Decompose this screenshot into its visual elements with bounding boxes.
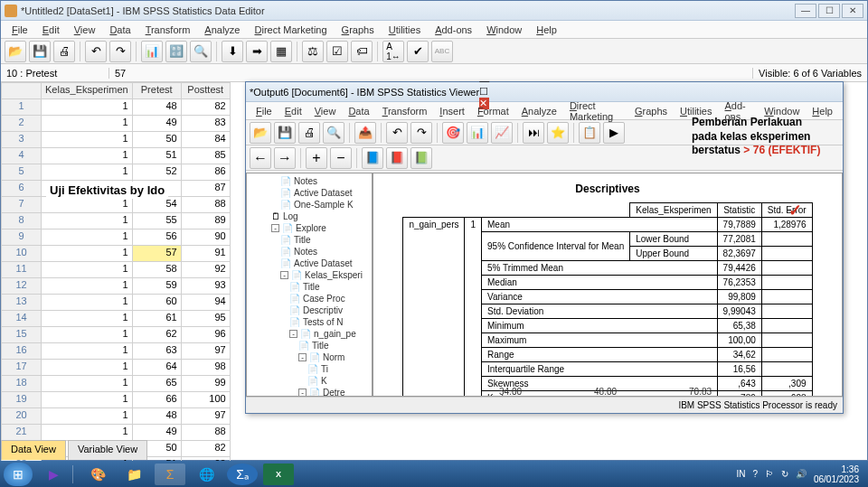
menu-view[interactable]: View: [308, 104, 343, 118]
data-row[interactable]: 1716498: [2, 360, 231, 376]
viewer-minimize-button[interactable]: —: [479, 75, 489, 86]
run-icon[interactable]: ▶: [603, 122, 625, 144]
abc-icon[interactable]: ABC: [431, 41, 453, 62]
promote-icon[interactable]: 📘: [362, 147, 383, 169]
value-labels-icon[interactable]: 🏷: [351, 41, 373, 62]
menu-graphs[interactable]: Graphs: [628, 104, 674, 118]
menu-file[interactable]: File: [250, 104, 278, 118]
undo-icon[interactable]: ↶: [386, 122, 408, 144]
taskbar-spss-output-icon[interactable]: Σₐ: [227, 464, 258, 485]
data-row[interactable]: 815589: [2, 213, 231, 229]
designate-icon[interactable]: ⭐: [547, 122, 569, 144]
redo-icon[interactable]: ↷: [109, 41, 131, 62]
menu-add-ons[interactable]: Add-ons: [428, 23, 479, 37]
tree-item[interactable]: 📄Active Dataset: [249, 258, 370, 269]
insert-var-icon[interactable]: ➡: [246, 41, 268, 62]
spell-icon[interactable]: ✔: [407, 41, 429, 62]
output-content-pane[interactable]: Descriptives Kelas_EksperimenStatisticSt…: [373, 173, 843, 397]
data-row[interactable]: 2014897: [2, 408, 231, 425]
data-row[interactable]: 515286: [2, 164, 231, 181]
tray-lang[interactable]: IN: [736, 469, 745, 479]
main-titlebar[interactable]: *Untitled2 [DataSet1] - IBM SPSS Statist…: [1, 1, 867, 21]
windows-taskbar[interactable]: ⊞ ▶ 🎨 📁 Σ 🌐 Σₐ X IN ? 🏳 ↻ 🔊 1:36 06/01/2…: [0, 461, 868, 487]
menu-data[interactable]: Data: [342, 104, 375, 118]
menu-help[interactable]: Help: [529, 23, 564, 37]
tray-volume-icon[interactable]: 🔊: [796, 469, 807, 479]
column-header-kelas_eksperimen[interactable]: Kelas_Eksperimen: [42, 83, 133, 99]
select-icon[interactable]: ☑: [326, 41, 348, 62]
taskbar-chrome-icon[interactable]: 🌐: [191, 464, 222, 485]
dialog-recall-icon[interactable]: 📋: [579, 122, 600, 144]
data-row[interactable]: 1316094: [2, 295, 231, 311]
data-row[interactable]: 114882: [2, 99, 231, 116]
menu-direct-marketing[interactable]: Direct Marketing: [247, 23, 334, 37]
data-row[interactable]: 1015791: [2, 246, 231, 262]
taskbar-excel-icon[interactable]: X: [263, 464, 294, 485]
tree-item[interactable]: 📄Descriptiv: [249, 304, 370, 316]
menu-view[interactable]: View: [67, 23, 103, 37]
tree-item[interactable]: 📄Title: [249, 340, 370, 351]
column-header-posttest[interactable]: Posttest: [181, 83, 230, 99]
data-row[interactable]: 214983: [2, 116, 231, 132]
taskbar-spss-icon[interactable]: Σ: [155, 464, 185, 485]
data-row[interactable]: 415185: [2, 148, 231, 164]
data-row[interactable]: 1516296: [2, 327, 231, 343]
tree-item[interactable]: 📄One-Sample K: [249, 199, 370, 211]
find-icon[interactable]: 🔍: [190, 41, 212, 62]
data-row[interactable]: 1616397: [2, 343, 231, 360]
select-last-icon[interactable]: ⏭: [523, 122, 544, 144]
menu-utilities[interactable]: Utilities: [382, 23, 428, 37]
data-grid[interactable]: Kelas_EksperimenPretestPosttest114882214…: [1, 82, 231, 487]
close-button[interactable]: ✕: [842, 4, 863, 18]
goto-data-icon[interactable]: 📊: [467, 122, 488, 144]
maximize-button[interactable]: ☐: [818, 4, 840, 18]
insert-case-icon[interactable]: ⬇: [222, 41, 243, 62]
system-tray[interactable]: IN ? 🏳 ↻ 🔊 1:36 06/01/2023: [736, 464, 864, 484]
export-icon[interactable]: 📤: [354, 122, 376, 144]
data-row[interactable]: 315084: [2, 132, 231, 148]
forward-icon[interactable]: →: [274, 147, 296, 169]
data-row[interactable]: 1215993: [2, 278, 231, 295]
menu-transform[interactable]: Transform: [376, 104, 434, 118]
use-sets-icon[interactable]: A1↔: [382, 41, 404, 62]
var-icon[interactable]: 🔡: [165, 41, 187, 62]
menu-data[interactable]: Data: [102, 23, 137, 37]
tree-item[interactable]: 📄Ti: [249, 363, 370, 375]
tree-item[interactable]: 📄Case Proc: [249, 293, 370, 304]
tree-item[interactable]: -📄Norm: [249, 351, 370, 363]
menu-analyze[interactable]: Analyze: [515, 104, 563, 118]
corner-cell[interactable]: [2, 83, 42, 99]
menu-window[interactable]: Window: [479, 23, 529, 37]
menu-file[interactable]: File: [5, 23, 35, 37]
undo-icon[interactable]: ↶: [85, 41, 107, 62]
menu-edit[interactable]: Edit: [35, 23, 67, 37]
tree-item[interactable]: 📄Active Dataset: [249, 187, 370, 199]
tree-item[interactable]: 🗒Log: [249, 211, 370, 222]
show-icon[interactable]: 📗: [410, 147, 432, 169]
collapse-icon[interactable]: −: [330, 147, 352, 169]
cell-value[interactable]: 57: [109, 68, 752, 79]
data-row[interactable]: 1416195: [2, 311, 231, 327]
taskbar-explorer-icon[interactable]: 📁: [118, 464, 149, 485]
data-row[interactable]: 1816599: [2, 376, 231, 392]
data-row[interactable]: 1115892: [2, 262, 231, 278]
goto-icon[interactable]: 🎯: [442, 122, 464, 144]
taskbar-play-icon[interactable]: ▶: [38, 464, 69, 485]
data-row[interactable]: 2114988: [2, 425, 231, 441]
tree-item[interactable]: 📄Notes: [249, 175, 370, 187]
redo-icon[interactable]: ↷: [410, 122, 432, 144]
minimize-button[interactable]: —: [795, 4, 816, 18]
menu-analyze[interactable]: Analyze: [197, 23, 247, 37]
tree-item[interactable]: 📄Title: [249, 234, 370, 246]
column-header-pretest[interactable]: Pretest: [132, 83, 181, 99]
tree-item[interactable]: 📄K: [249, 375, 370, 387]
goto-icon[interactable]: 📊: [141, 41, 163, 62]
goto-var-icon[interactable]: 📈: [491, 122, 513, 144]
tray-sync-icon[interactable]: ↻: [781, 469, 788, 479]
menu-graphs[interactable]: Graphs: [335, 23, 382, 37]
outline-pane[interactable]: 📄Notes📄Active Dataset📄One-Sample K🗒Log-📄…: [246, 173, 373, 397]
tree-item[interactable]: 📄Notes: [249, 246, 370, 258]
tree-item[interactable]: -📄n_gain_pe: [249, 328, 370, 340]
save-icon[interactable]: 💾: [274, 122, 296, 144]
save-icon[interactable]: 💾: [29, 41, 51, 62]
